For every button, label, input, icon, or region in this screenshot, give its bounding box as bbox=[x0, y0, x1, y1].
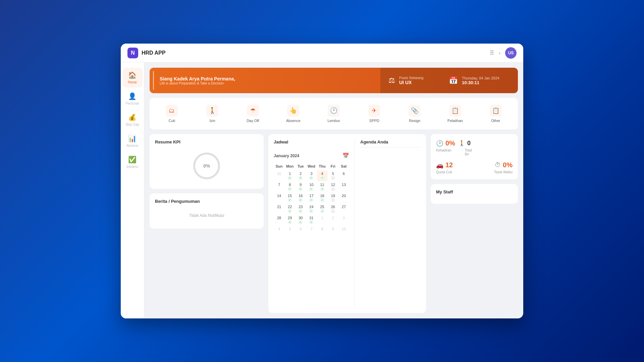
cal-attendance-dot: ✓ bbox=[288, 209, 292, 213]
dayoff-icon: ☂ bbox=[247, 105, 259, 117]
action-izin[interactable]: 🚶 Izin bbox=[193, 102, 232, 125]
cal-cell-w3-d1[interactable]: 22✓ bbox=[284, 203, 295, 215]
jadwal-divider bbox=[355, 139, 355, 308]
cal-cell-w2-d1[interactable]: 15✓ bbox=[284, 192, 295, 203]
cal-cell-w0-d3[interactable]: 3✓ bbox=[306, 170, 317, 181]
cal-cell-w3-d3[interactable]: 24✓ bbox=[306, 203, 317, 215]
cal-cell-w1-d6[interactable]: 13 bbox=[338, 181, 349, 192]
time-value: 10:30:11 bbox=[462, 80, 499, 85]
back-chevron-icon[interactable]: ‹ bbox=[499, 50, 500, 56]
cal-cell-w0-d1[interactable]: 1✓ bbox=[284, 170, 295, 181]
cal-cell-w4-d1[interactable]: 29✓ bbox=[284, 215, 295, 226]
cal-cell-w0-d2[interactable]: 2✓ bbox=[295, 170, 306, 181]
cal-cell-w3-d5[interactable]: 26· bbox=[328, 203, 338, 215]
cal-cell-w5-d6[interactable]: 10 bbox=[338, 226, 349, 232]
cal-attendance-dot: ✓ bbox=[288, 176, 292, 180]
cal-cell-w3-d2[interactable]: 23✓ bbox=[295, 203, 306, 215]
cal-cell-w5-d4[interactable]: 8 bbox=[317, 226, 328, 232]
cal-cell-w4-d2[interactable]: 30✓ bbox=[295, 215, 306, 226]
sidebar-label-skipgap: Skip Gap bbox=[125, 123, 139, 126]
cal-cell-w1-d3[interactable]: 10✓ bbox=[306, 181, 317, 192]
cal-cell-w0-d6[interactable]: 6 bbox=[338, 170, 349, 181]
cal-cell-w5-d0[interactable]: 4 bbox=[274, 226, 284, 232]
cal-attendance-dot: ✓ bbox=[309, 209, 313, 213]
sidebar-label-personal: Personal bbox=[126, 102, 139, 105]
jadwal-title: Jadwal bbox=[274, 139, 288, 144]
cal-day-wed: Wed bbox=[306, 162, 317, 170]
topbar-actions: ⠿ ‹ US bbox=[490, 47, 517, 59]
cal-cell-w5-d3[interactable]: 7 bbox=[306, 226, 317, 232]
lembur-label: Lembur bbox=[327, 119, 340, 123]
quota-cuti-label: Quota Cuti bbox=[436, 170, 452, 174]
cal-attendance-dot: ✓ bbox=[309, 187, 313, 191]
sidebar-item-jobdesc[interactable]: ✅ Jobdesc bbox=[122, 152, 143, 172]
cal-attendance-dot: · bbox=[331, 198, 335, 202]
cal-cell-w2-d0[interactable]: 14 bbox=[274, 192, 284, 203]
action-sppd[interactable]: ✈ SPPD bbox=[355, 102, 394, 125]
calendar-header: Jadwal bbox=[274, 139, 349, 148]
cal-cell-w1-d5[interactable]: 12· bbox=[328, 181, 338, 192]
kehadiran-value: 0% bbox=[445, 139, 455, 147]
action-pelatihan[interactable]: 📋 Pelatihan bbox=[436, 102, 475, 125]
cal-cell-w1-d2[interactable]: 9✓ bbox=[295, 181, 306, 192]
izin-icon: 🚶 bbox=[206, 105, 218, 117]
jadwal-panel: Jadwal January 2024 📅 Sun Mon Tue Wed bbox=[268, 134, 426, 313]
cal-cell-w4-d4[interactable]: 1 bbox=[317, 215, 328, 226]
cal-attendance-dot: ✓ bbox=[309, 220, 313, 224]
grid-icon[interactable]: ⠿ bbox=[490, 49, 494, 57]
news-empty-text: Tidak Ada Notifikasi bbox=[155, 208, 258, 223]
sidebar-item-personal[interactable]: 👤 Personal bbox=[122, 89, 143, 109]
cal-cell-w0-d4[interactable]: 4✓ bbox=[317, 170, 328, 181]
cal-cell-w2-d3[interactable]: 17✓ bbox=[306, 192, 317, 203]
stat-kehadiran: 🕐 0% 🚶 0 Kehadiran Total Ijin bbox=[436, 139, 472, 156]
calendar-grid: Sun Mon Tue Wed Thu Fri Sat 311✓2✓3✓4✓5·… bbox=[274, 162, 349, 232]
action-lembur[interactable]: 🕐 Lembur bbox=[314, 102, 354, 125]
cal-attendance-dot: ✓ bbox=[320, 176, 324, 180]
cal-cell-w1-d0[interactable]: 7 bbox=[274, 181, 284, 192]
cal-cell-w1-d1[interactable]: 8✓ bbox=[284, 181, 295, 192]
cal-cell-w5-d2[interactable]: 6 bbox=[295, 226, 306, 232]
cal-cell-w3-d6[interactable]: 27 bbox=[338, 203, 349, 215]
cal-cell-w2-d4[interactable]: 18✓ bbox=[317, 192, 328, 203]
sidebar-item-absensi[interactable]: 📊 Absensi bbox=[122, 131, 143, 151]
cal-week-1: 78✓9✓10✓11✓12·13 bbox=[274, 181, 349, 192]
cal-cell-w1-d4[interactable]: 11✓ bbox=[317, 181, 328, 192]
cal-cell-w2-d5[interactable]: 19· bbox=[328, 192, 338, 203]
skipgap-icon: 💰 bbox=[128, 113, 137, 121]
action-resign[interactable]: 📎 Resign bbox=[395, 102, 434, 125]
cal-cell-w3-d0[interactable]: 21 bbox=[274, 203, 284, 215]
main-layout: 🏠 Home 👤 Personal 💰 Skip Gap 📊 Absensi ✅… bbox=[121, 62, 523, 318]
action-absence[interactable]: 👆 Absence bbox=[274, 102, 313, 125]
stat-second-row: 🚗 12 ⏱ 0% Quota Cuti bbox=[436, 161, 513, 174]
pelatihan-icon: 📋 bbox=[449, 105, 461, 117]
cal-cell-w0-d0[interactable]: 31 bbox=[274, 170, 284, 181]
sidebar-item-home[interactable]: 🏠 Home bbox=[122, 68, 143, 87]
action-other[interactable]: 📋 Other bbox=[476, 102, 515, 125]
cal-cell-w5-d1[interactable]: 5 bbox=[284, 226, 295, 232]
cal-cell-w4-d0[interactable]: 28 bbox=[274, 215, 284, 226]
banner-subtitle: Life is about Preparation & Take a Decis… bbox=[160, 81, 374, 85]
left-panels: Resume KPI 0% Berita / Pengumuman Tidak … bbox=[150, 134, 264, 313]
action-cuti[interactable]: 🗂 Cuti bbox=[152, 102, 192, 125]
app-logo: N bbox=[127, 48, 138, 58]
kehadiran-label: Kehadiran bbox=[436, 148, 451, 156]
sppd-icon: ✈ bbox=[368, 105, 380, 117]
news-panel: Berita / Pengumuman Tidak Ada Notifikasi bbox=[150, 193, 264, 229]
cal-cell-w0-d5[interactable]: 5· bbox=[328, 170, 338, 181]
action-dayoff[interactable]: ☂ Day Off bbox=[233, 102, 272, 125]
cal-cell-w4-d5[interactable]: 2 bbox=[328, 215, 338, 226]
cal-attendance-dot: · bbox=[331, 176, 335, 180]
cal-cell-w2-d6[interactable]: 20 bbox=[338, 192, 349, 203]
calendar-nav-icon[interactable]: 📅 bbox=[342, 153, 349, 159]
cal-week-3: 2122✓23✓24✓25✓26·27 bbox=[274, 203, 349, 215]
kpi-title: Resume KPI bbox=[155, 139, 258, 144]
cal-cell-w4-d6[interactable]: 3 bbox=[338, 215, 349, 226]
cal-cell-w3-d4[interactable]: 25✓ bbox=[317, 203, 328, 215]
cal-cell-w2-d2[interactable]: 16✓ bbox=[295, 192, 306, 203]
sidebar-item-skipgap[interactable]: 💰 Skip Gap bbox=[122, 110, 143, 130]
calendar-month: January 2024 bbox=[274, 154, 299, 158]
cal-cell-w5-d5[interactable]: 9 bbox=[328, 226, 338, 232]
dayoff-label: Day Off bbox=[247, 119, 259, 123]
cal-cell-w4-d3[interactable]: 31✓ bbox=[306, 215, 317, 226]
avatar[interactable]: US bbox=[505, 47, 517, 59]
